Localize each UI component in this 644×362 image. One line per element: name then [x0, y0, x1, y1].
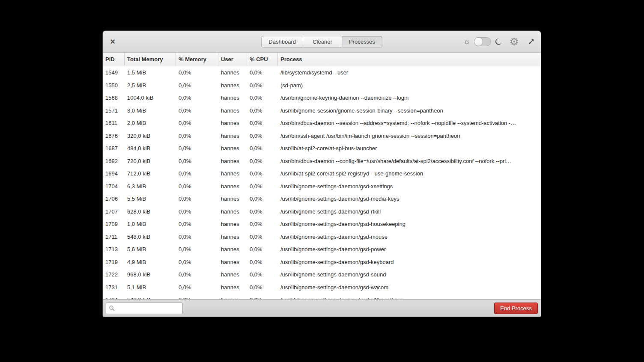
cell-pid: 1571	[103, 107, 125, 114]
table-row[interactable]: 1734 548,0 kiB 0,0% hannes 0,0% /usr/lib…	[103, 294, 541, 299]
tab-dashboard[interactable]: Dashboard	[261, 36, 303, 47]
table-row[interactable]: 1549 1,5 MiB 0,0% hannes 0,0% /lib/syste…	[103, 66, 541, 79]
tab-processes[interactable]: Processes	[342, 36, 382, 47]
cell-cpu-pct: 0,0%	[247, 284, 278, 291]
cell-cpu-pct: 0,0%	[247, 183, 278, 190]
titlebar: × DashboardCleanerProcesses ☼ ⚙	[103, 31, 541, 53]
column-header-user[interactable]: User	[218, 53, 247, 66]
cell-process: /lib/systemd/systemd --user	[278, 69, 541, 76]
cell-total-memory: 2,0 MiB	[125, 120, 176, 126]
cell-memory-pct: 0,0%	[176, 170, 218, 177]
table-row[interactable]: 1719 4,9 MiB 0,0% hannes 0,0% /usr/lib/g…	[103, 256, 541, 269]
cell-total-memory: 548,0 kiB	[125, 234, 176, 240]
fullscreen-icon[interactable]	[528, 38, 535, 45]
table-row[interactable]: 1687 484,0 kiB 0,0% hannes 0,0% /usr/lib…	[103, 142, 541, 155]
dark-mode-toggle[interactable]	[474, 37, 491, 46]
cell-user: hannes	[218, 259, 247, 265]
cell-memory-pct: 0,0%	[176, 221, 218, 227]
table-row[interactable]: 1709 1,0 MiB 0,0% hannes 0,0% /usr/lib/g…	[103, 218, 541, 231]
cell-memory-pct: 0,0%	[176, 196, 218, 202]
cell-memory-pct: 0,0%	[176, 246, 218, 252]
cell-process: /usr/bin/ssh-agent /usr/bin/im-launch gn…	[278, 133, 541, 139]
cell-total-memory: 3,0 MiB	[125, 107, 176, 114]
column-header-cpu-pct[interactable]: % CPU	[247, 53, 278, 66]
column-header-total-memory[interactable]: Total Memory	[125, 53, 176, 66]
cell-pid: 1550	[103, 82, 125, 89]
cell-user: hannes	[218, 145, 247, 151]
table-row[interactable]: 1711 548,0 kiB 0,0% hannes 0,0% /usr/lib…	[103, 231, 541, 243]
table-row[interactable]: 1713 5,6 MiB 0,0% hannes 0,0% /usr/lib/g…	[103, 243, 541, 256]
cell-process: /usr/lib/gnome-settings-daemon/gsd-xsett…	[278, 183, 541, 190]
cell-memory-pct: 0,0%	[176, 82, 218, 89]
column-header-process[interactable]: Process	[278, 53, 541, 66]
cell-user: hannes	[218, 183, 247, 190]
table-row[interactable]: 1568 1004,0 kiB 0,0% hannes 0,0% /usr/bi…	[103, 92, 541, 104]
light-mode-icon: ☼	[463, 38, 471, 45]
cell-pid: 1676	[103, 133, 125, 139]
search-entry[interactable]	[106, 303, 183, 314]
cell-total-memory: 5,1 MiB	[125, 284, 176, 291]
table-row[interactable]: 1571 3,0 MiB 0,0% hannes 0,0% /usr/lib/g…	[103, 104, 541, 117]
table-row[interactable]: 1706 5,5 MiB 0,0% hannes 0,0% /usr/lib/g…	[103, 193, 541, 205]
column-header-pid[interactable]: PID	[103, 53, 125, 66]
cell-total-memory: 712,0 kiB	[125, 170, 176, 177]
view-switcher: DashboardCleanerProcesses	[261, 36, 382, 47]
settings-gear-icon[interactable]: ⚙	[510, 36, 519, 47]
cell-memory-pct: 0,0%	[176, 183, 218, 190]
cell-pid: 1722	[103, 271, 125, 278]
cell-memory-pct: 0,0%	[176, 69, 218, 76]
table-row[interactable]: 1707 628,0 kiB 0,0% hannes 0,0% /usr/lib…	[103, 205, 541, 218]
toggle-knob	[474, 37, 483, 46]
cell-process: /usr/lib/gnome-settings-daemon/gsd-sound	[278, 271, 541, 278]
column-header-memory-pct[interactable]: % Memory	[176, 53, 218, 66]
cell-pid: 1694	[103, 170, 125, 177]
cell-total-memory: 1,5 MiB	[125, 69, 176, 76]
cell-process: /usr/bin/dbus-daemon --config-file=/usr/…	[278, 158, 541, 164]
cell-process: /usr/lib/gnome-settings-daemon/gsd-house…	[278, 221, 541, 227]
cell-process: /usr/lib/at-spi2-core/at-spi-bus-launche…	[278, 145, 541, 151]
cell-cpu-pct: 0,0%	[247, 107, 278, 114]
cell-total-memory: 6,3 MiB	[125, 183, 176, 190]
cell-cpu-pct: 0,0%	[247, 196, 278, 202]
table-row[interactable]: 1676 320,0 kiB 0,0% hannes 0,0% /usr/bin…	[103, 130, 541, 142]
cell-memory-pct: 0,0%	[176, 107, 218, 114]
cell-total-memory: 720,0 kiB	[125, 158, 176, 164]
tab-cleaner[interactable]: Cleaner	[303, 36, 342, 47]
cell-pid: 1731	[103, 284, 125, 291]
cell-user: hannes	[218, 133, 247, 139]
close-button[interactable]: ×	[106, 31, 119, 52]
cell-memory-pct: 0,0%	[176, 208, 218, 215]
cell-pid: 1687	[103, 145, 125, 151]
cell-cpu-pct: 0,0%	[247, 158, 278, 164]
cell-cpu-pct: 0,0%	[247, 120, 278, 126]
cell-cpu-pct: 0,0%	[247, 271, 278, 278]
cell-process: /usr/lib/gnome-settings-daemon/gsd-keybo…	[278, 259, 541, 265]
cell-total-memory: 5,6 MiB	[125, 246, 176, 252]
monitor-window: × DashboardCleanerProcesses ☼ ⚙	[103, 31, 541, 317]
end-process-button[interactable]: End Process	[494, 303, 538, 314]
cell-cpu-pct: 0,0%	[247, 221, 278, 227]
cell-memory-pct: 0,0%	[176, 133, 218, 139]
table-row[interactable]: 1611 2,0 MiB 0,0% hannes 0,0% /usr/bin/d…	[103, 117, 541, 130]
cell-user: hannes	[218, 208, 247, 215]
table-row[interactable]: 1550 2,5 MiB 0,0% hannes 0,0% (sd-pam)	[103, 79, 541, 92]
cell-total-memory: 1,0 MiB	[125, 221, 176, 227]
cell-user: hannes	[218, 158, 247, 164]
table-row[interactable]: 1694 712,0 kiB 0,0% hannes 0,0% /usr/lib…	[103, 167, 541, 180]
table-row[interactable]: 1731 5,1 MiB 0,0% hannes 0,0% /usr/lib/g…	[103, 281, 541, 294]
search-input[interactable]	[117, 303, 180, 314]
table-row[interactable]: 1722 968,0 kiB 0,0% hannes 0,0% /usr/lib…	[103, 268, 541, 281]
table-row[interactable]: 1692 720,0 kiB 0,0% hannes 0,0% /usr/bin…	[103, 155, 541, 168]
cell-memory-pct: 0,0%	[176, 271, 218, 278]
desktop-background: × DashboardCleanerProcesses ☼ ⚙	[0, 0, 644, 362]
cell-cpu-pct: 0,0%	[247, 95, 278, 101]
table-row[interactable]: 1704 6,3 MiB 0,0% hannes 0,0% /usr/lib/g…	[103, 180, 541, 193]
cell-cpu-pct: 0,0%	[247, 133, 278, 139]
cell-memory-pct: 0,0%	[176, 95, 218, 101]
cell-process: /usr/lib/gnome-settings-daemon/gsd-wacom	[278, 284, 541, 291]
cell-user: hannes	[218, 120, 247, 126]
cell-pid: 1568	[103, 95, 125, 101]
cell-total-memory: 320,0 kiB	[125, 133, 176, 139]
cell-memory-pct: 0,0%	[176, 120, 218, 126]
cell-user: hannes	[218, 221, 247, 227]
